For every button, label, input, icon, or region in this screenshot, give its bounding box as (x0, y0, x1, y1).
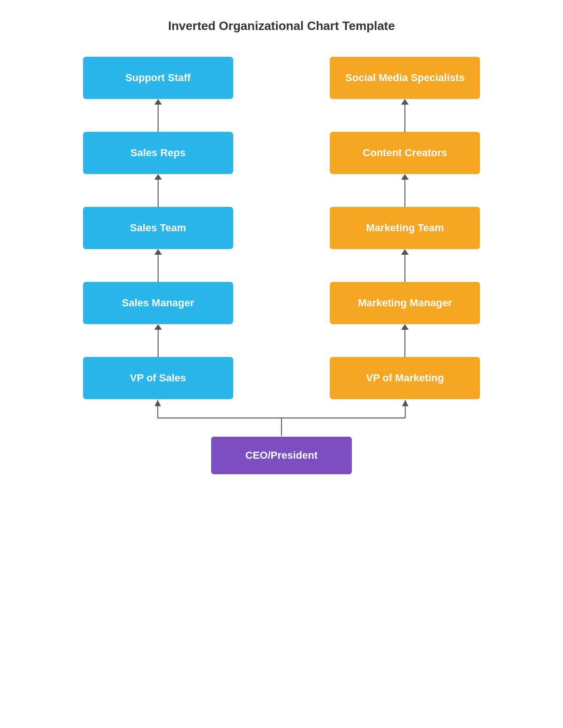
arrow-contentcreators-marketingteam (401, 174, 409, 207)
arrow-line (404, 255, 405, 282)
ceo-president-node: CEO/President (211, 437, 352, 474)
page-container: Inverted Organizational Chart Template S… (52, 0, 511, 502)
arrow-marketingmanager-vpmarketing (401, 324, 409, 357)
svg-marker-4 (155, 400, 161, 406)
marketing-manager-node: Marketing Manager (330, 282, 480, 324)
sales-team-node: Sales Team (83, 207, 233, 249)
branch-svg (61, 399, 502, 437)
arrow-salesreps-salesteam (154, 174, 162, 207)
marketing-team-node: Marketing Team (330, 207, 480, 249)
arrow-line (158, 330, 159, 357)
content-creators-node: Content Creators (330, 132, 480, 174)
right-column: Social Media Specialists Content Creator… (308, 57, 502, 399)
arrow-line (158, 180, 159, 207)
vp-sales-node: VP of Sales (83, 357, 233, 399)
left-column: Support Staff Sales Reps Sales Team (61, 57, 255, 399)
arrow-marketingteam-marketingmanager (401, 249, 409, 282)
arrowhead-icon (401, 99, 409, 105)
page-title: Inverted Organizational Chart Template (168, 19, 395, 33)
arrowhead-icon (154, 174, 162, 180)
arrow-line (158, 105, 159, 132)
arrowhead-icon (154, 324, 162, 330)
arrow-salesmanager-vpsales (154, 324, 162, 357)
sales-reps-node: Sales Reps (83, 132, 233, 174)
arrow-support-salesreps (154, 99, 162, 132)
sales-manager-node: Sales Manager (83, 282, 233, 324)
arrowhead-icon (401, 249, 409, 255)
top-columns: Support Staff Sales Reps Sales Team (61, 57, 502, 399)
arrowhead-icon (401, 174, 409, 180)
arrow-socialmedia-contentcreators (401, 99, 409, 132)
chart-area: Support Staff Sales Reps Sales Team (61, 57, 502, 474)
branch-connector (61, 399, 502, 437)
arrowhead-icon (401, 324, 409, 330)
arrow-salesteam-salesmanager (154, 249, 162, 282)
svg-marker-5 (402, 400, 408, 406)
arrow-line (404, 105, 405, 132)
arrow-line (404, 330, 405, 357)
ceo-section: CEO/President (61, 437, 502, 474)
arrow-line (158, 255, 159, 282)
arrowhead-icon (154, 249, 162, 255)
arrowhead-icon (154, 99, 162, 105)
arrow-line (404, 180, 405, 207)
support-staff-node: Support Staff (83, 57, 233, 99)
vp-marketing-node: VP of Marketing (330, 357, 480, 399)
social-media-specialists-node: Social Media Specialists (330, 57, 480, 99)
